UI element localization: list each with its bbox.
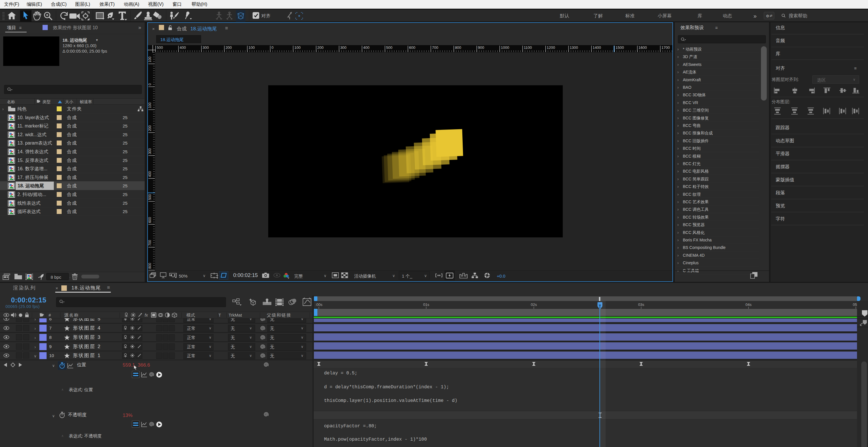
svg-text:1000: 1000 bbox=[501, 45, 509, 50]
svg-text:700: 700 bbox=[148, 240, 152, 246]
svg-text:600: 600 bbox=[148, 217, 152, 223]
svg-text:700: 700 bbox=[432, 45, 438, 50]
svg-text:1600: 1600 bbox=[639, 45, 647, 50]
svg-text:300: 300 bbox=[203, 45, 209, 50]
svg-text:300: 300 bbox=[340, 45, 347, 50]
svg-text:200: 200 bbox=[225, 45, 232, 50]
svg-text:04s: 04s bbox=[746, 302, 752, 307]
svg-text:0: 0 bbox=[271, 45, 273, 50]
svg-text:1500: 1500 bbox=[616, 45, 624, 50]
svg-text:200: 200 bbox=[148, 125, 152, 131]
svg-text:01s: 01s bbox=[423, 302, 429, 307]
svg-text:600: 600 bbox=[409, 45, 415, 50]
svg-text:1100: 1100 bbox=[524, 45, 532, 50]
svg-text:800: 800 bbox=[148, 263, 152, 268]
svg-text:800: 800 bbox=[455, 45, 461, 50]
svg-text:400: 400 bbox=[363, 45, 370, 50]
svg-text:500: 500 bbox=[386, 45, 393, 50]
svg-text:400: 400 bbox=[148, 171, 152, 177]
svg-text:900: 900 bbox=[478, 45, 484, 50]
svg-text:300: 300 bbox=[148, 148, 152, 154]
svg-text:1400: 1400 bbox=[593, 45, 601, 50]
svg-text:02s: 02s bbox=[531, 302, 537, 307]
svg-text:200: 200 bbox=[317, 45, 324, 50]
svg-text:100: 100 bbox=[249, 45, 255, 50]
svg-text:1300: 1300 bbox=[570, 45, 578, 50]
svg-text:03s: 03s bbox=[638, 302, 644, 307]
svg-text:100: 100 bbox=[294, 45, 301, 50]
svg-text::00s: :00s bbox=[315, 302, 322, 307]
svg-text:500: 500 bbox=[148, 194, 152, 200]
svg-text:100: 100 bbox=[148, 56, 152, 62]
svg-text:1200: 1200 bbox=[547, 45, 555, 50]
svg-text:0: 0 bbox=[148, 83, 152, 85]
svg-text:400: 400 bbox=[180, 45, 186, 50]
svg-text:100: 100 bbox=[148, 102, 152, 108]
svg-text:1700: 1700 bbox=[661, 45, 670, 50]
svg-text:500: 500 bbox=[157, 45, 163, 50]
